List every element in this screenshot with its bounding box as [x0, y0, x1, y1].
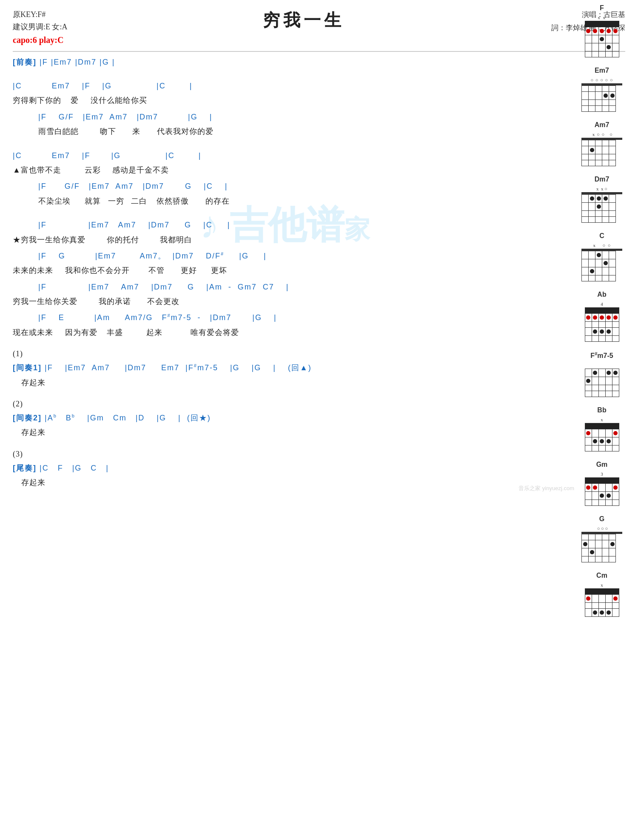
chorus-chord3: |F |Em7 Am7 |Dm7 G |Am - Gm7 C7 | — [13, 280, 557, 294]
verse1b-lyric2: 不染尘埃 就算 一穷 二白 依然骄傲 的存在 — [13, 194, 557, 208]
chorus-lyric4: 现在或未来 因为有爱 丰盛 起来 唯有爱会将爱 — [13, 326, 557, 339]
chord-diagrams-sidebar: F x x Em7 ○ ○ ○ ○ ○ — [574, 4, 629, 626]
chorus-chord1: |F |Em7 Am7 |Dm7 G |C | — [13, 218, 557, 232]
section-label-2: (2) — [13, 400, 557, 409]
section-interlude2: [间奏2] |Ab Bb |Gm Cm |D |G | (回★) 存起来 — [13, 411, 557, 440]
section-outro: [尾奏] |C F |G C | 存起来 — [13, 461, 557, 490]
verse1a-chord2: |F G/F |Em7 Am7 |Dm7 |G | — [13, 110, 557, 124]
interlude1-chord: [间奏1] |F |Em7 Am7 |Dm7 Em7 |F#m7-5 |G |G… — [13, 361, 557, 375]
header-section: 原KEY:F# 建议男调:E 女:A capo:6 play:C 穷我一生 演唱… — [13, 9, 625, 47]
outro-lyric: 存起来 — [13, 476, 557, 489]
chord-diagram-Am7: Am7 x ○ ○ ○ — [574, 121, 629, 168]
chord-diagram-Dm7: Dm7 x x ○ — [574, 176, 629, 224]
title-area: 穷我一生 — [68, 9, 541, 32]
verse1a-lyric1: 穷得剩下你的 爱 没什么能给你买 — [13, 94, 557, 107]
section-interlude1: [间奏1] |F |Em7 Am7 |Dm7 Em7 |F#m7-5 |G |G… — [13, 361, 557, 389]
chord-diagram-Gm: Gm 3 — [574, 461, 629, 508]
song-title: 穷我一生 — [68, 9, 541, 32]
section-chorus: |F |Em7 Am7 |Dm7 G |C | ★穷我一生给你真爱 你的托付 我… — [13, 218, 557, 339]
chord-diagram-Em7: Em7 ○ ○ ○ ○ ○ — [574, 67, 629, 114]
chord-diagram-Cm: Cm x — [574, 572, 629, 619]
chord-diagram-G: G ○ ○ ○ — [574, 515, 629, 564]
section-prelude: [前奏] |F |Em7 |Dm7 |G | — [13, 55, 557, 69]
prelude-chord-line: [前奏] |F |Em7 |Dm7 |G | — [13, 55, 557, 69]
chorus-chord4: |F E |Am Am7/G F#m7-5 - |Dm7 |G | — [13, 311, 557, 324]
key-info: 原KEY:F# 建议男调:E 女:A capo:6 play:C — [13, 9, 68, 47]
chord-diagram-F: F x x — [574, 4, 629, 59]
verse1a-chord1: |C Em7 |F |G |C | — [13, 79, 557, 93]
verse1b-lyric1: ▲富也带不走 云彩 感动是千金不卖 — [13, 163, 557, 177]
capo-info: capo:6 play:C — [13, 33, 68, 47]
interlude2-lyric: 存起来 — [13, 426, 557, 439]
interlude2-chord: [间奏2] |Ab Bb |Gm Cm |D |G | (回★) — [13, 411, 557, 425]
chorus-chord2: |F G |Em7 Am7。 |Dm7 D/F# |G | — [13, 249, 557, 263]
suggested-key: 建议男调:E 女:A — [13, 21, 68, 33]
verse1b-chord2: |F G/F |Em7 Am7 |Dm7 G |C | — [13, 179, 557, 193]
interlude1-lyric: 存起来 — [13, 376, 557, 389]
chorus-lyric1: ★穷我一生给你真爱 你的托付 我都明白 — [13, 233, 557, 247]
outro-chord: [尾奏] |C F |G C | — [13, 461, 557, 475]
chord-diagram-C: C x ○ ○ — [574, 232, 629, 283]
chord-diagram-Ab: Ab 4 — [574, 291, 629, 343]
watermark-bottom: 音乐之家 yinyuezj.com — [518, 485, 574, 492]
section-label-3: (3) — [13, 450, 557, 459]
verse1b-chord1: |C Em7 |F |G |C | — [13, 149, 557, 162]
divider — [13, 51, 625, 52]
chorus-lyric2: 未来的未来 我和你也不会分开 不管 更好 更坏 — [13, 264, 557, 277]
section-verse1b: |C Em7 |F |G |C | ▲富也带不走 云彩 感动是千金不卖 |F G… — [13, 149, 557, 208]
content-area: [前奏] |F |Em7 |Dm7 |G | |C Em7 |F |G |C |… — [13, 55, 557, 490]
main-container: 原KEY:F# 建议男调:E 女:A capo:6 play:C 穷我一生 演唱… — [0, 0, 638, 501]
chorus-lyric3: 穷我一生给你关爱 我的承诺 不会更改 — [13, 295, 557, 308]
section-label-1: (1) — [13, 349, 557, 358]
chord-diagram-Bb: Bb x — [574, 406, 629, 453]
verse1a-lyric2: 雨雪白皑皑 吻下 来 代表我对你的爱 — [13, 125, 557, 138]
original-key: 原KEY:F# — [13, 9, 68, 21]
chord-diagram-Fsm7-5: F#m7-5 — [574, 351, 629, 399]
section-verse1a: |C Em7 |F |G |C | 穷得剩下你的 爱 没什么能给你买 |F G/… — [13, 79, 557, 139]
